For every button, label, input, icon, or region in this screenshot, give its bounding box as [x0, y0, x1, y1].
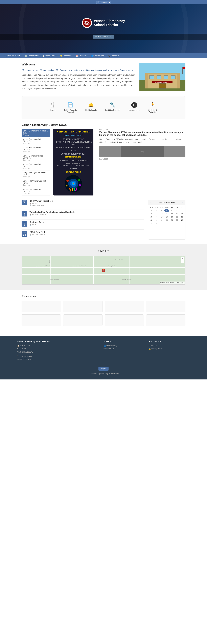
login-button[interactable]: Login	[98, 367, 108, 371]
school-board-icon: 📋	[42, 55, 44, 57]
cal-day[interactable]: 13	[175, 212, 180, 215]
news-list-item-8[interactable]: Vernon Elementary School District P... 6…	[21, 187, 50, 196]
quick-link-public-records[interactable]: 📄 Public RecordsRequest	[61, 101, 80, 114]
cal-day[interactable]: 29	[149, 222, 154, 225]
map-area[interactable]: Vernon County Rd 3144 Vernon County Rd 3…	[21, 256, 186, 284]
event-title-1: OT @ Vernon (East Fork)	[29, 200, 144, 202]
event-item-2: SEP 6 Volleyball & Flag Football games (…	[21, 211, 144, 216]
event-info-4: PTSO Paint Night 🕐 7:00 AM – 3:00 PM	[29, 231, 144, 236]
powered-by: This website is powered by SchoolBlocks.	[4, 372, 203, 375]
language-select[interactable]: Language ▾ Español	[96, 0, 111, 4]
resource-item-2[interactable]	[63, 301, 102, 312]
map-zoom-out[interactable]: −	[181, 260, 184, 263]
welcome-para2: Located in central Arizona, just east of…	[21, 73, 135, 90]
svg-point-27	[78, 179, 80, 181]
cal-day[interactable]: 26	[170, 219, 174, 222]
paint-splash-image	[65, 175, 82, 192]
cal-day[interactable]: 12	[170, 212, 174, 215]
quick-link-powerschool[interactable]: P PowerSchool	[126, 101, 143, 114]
footer-link-staff-directory[interactable]: 👥 Staff Directory	[103, 344, 145, 348]
resource-item-3[interactable]	[105, 301, 144, 312]
cal-day[interactable]: 11	[164, 212, 169, 215]
resource-item-8[interactable]	[146, 314, 186, 326]
event-date-badge-3: SEP 9	[21, 221, 27, 226]
cal-day[interactable]: 7	[180, 209, 185, 212]
news-featured: VERNON PTSO FUNDRAISER FAMILY PAINT NIGH…	[53, 129, 93, 196]
resource-item-7[interactable]	[105, 314, 144, 326]
cal-day[interactable]: 30	[154, 222, 159, 225]
quick-link-bell-schedule[interactable]: 🔔 Bell Schedule	[82, 101, 100, 114]
cal-day[interactable]: 6	[175, 209, 180, 212]
cal-day-empty	[164, 222, 169, 225]
news-list-item-2[interactable]: Vernon Elementary School District P... 1…	[21, 137, 50, 146]
nav-choose-us[interactable]: ⭐ Choose Us ›	[58, 53, 74, 58]
cal-day[interactable]: 22	[149, 219, 154, 222]
nav-district-info[interactable]: ℹ District Information ›	[3, 53, 23, 58]
nav-contact-us[interactable]: 📞 Contact Us	[106, 53, 121, 58]
cal-day[interactable]: 16	[154, 216, 159, 218]
cal-day[interactable]: 18	[164, 216, 169, 218]
cal-day[interactable]: 14	[180, 212, 185, 215]
footer-grid: Vernon Elementary School District 🏠 10 C…	[17, 340, 190, 361]
event-date-badge-2: SEP 6	[21, 211, 27, 216]
calendar-prev[interactable]: ‹	[150, 202, 152, 204]
cal-day[interactable]: 5	[170, 209, 174, 212]
cal-day[interactable]: 21	[180, 216, 185, 218]
news-list-item-4[interactable]: Vernon Elementary School District P... 1…	[21, 154, 50, 162]
cal-day[interactable]: 19	[170, 216, 174, 218]
svg-text:Vernon County Rd 3144: Vernon County Rd 3144	[72, 265, 86, 267]
news-list-item-3[interactable]: Vernon Elementary School District P... 1…	[21, 146, 50, 154]
contact-icon: 📞	[108, 55, 110, 57]
cal-day[interactable]: 23	[154, 219, 159, 222]
quick-link-facilities[interactable]: 🔧 Facilities Request	[102, 101, 123, 114]
cal-day[interactable]: 28	[180, 219, 185, 222]
news-list-item-7[interactable]: Vernon PTSO Fundraiser and Family ... 6 …	[21, 179, 50, 187]
staff-dir-icon: 👥	[91, 55, 93, 57]
quick-link-menus[interactable]: 🍴 Menus	[47, 101, 58, 114]
footer-link-facebook[interactable]: f Facebook	[149, 344, 190, 348]
facebook-icon: f	[149, 345, 150, 347]
svg-rect-16	[183, 67, 186, 69]
resource-item-6[interactable]	[63, 314, 102, 326]
news-list-item-1[interactable]: Vernon Elementary PTSO has an eve... Pre…	[21, 129, 50, 137]
cal-day[interactable]: 3	[159, 209, 164, 212]
cal-day[interactable]: 1	[149, 209, 154, 212]
svg-rect-8	[150, 76, 154, 79]
nav-staff-directory[interactable]: 👥 Staff Directory	[89, 53, 106, 58]
powerschool-label: PowerSchool	[129, 109, 140, 111]
our-schools-button[interactable]: OUR SCHOOLS +	[93, 35, 114, 38]
cal-day[interactable]: 15	[149, 216, 154, 218]
cal-day[interactable]: 9	[154, 212, 159, 215]
cal-day[interactable]: 17	[159, 216, 164, 218]
calendar-next[interactable]: ›	[182, 202, 184, 204]
svg-text:Supply: Supply	[49, 260, 50, 263]
nav-school-board[interactable]: 📋 School Board ›	[40, 53, 58, 58]
map-zoom-in[interactable]: +	[181, 257, 184, 260]
svg-text:SCHOOL: SCHOOL	[85, 24, 89, 25]
cal-day[interactable]: 27	[175, 219, 180, 222]
quick-link-athletics[interactable]: 🏃 Athletics &Activities	[145, 101, 160, 114]
resource-item-1[interactable]	[21, 301, 61, 312]
cal-day[interactable]: 2	[154, 209, 159, 212]
nav-calendar[interactable]: 📅 Calendar ›	[74, 53, 89, 58]
news-list-item-5[interactable]: Vernon Elementary School District P... 1…	[21, 162, 50, 170]
cal-day[interactable]: 24	[159, 219, 164, 222]
cal-day-today[interactable]: 4	[164, 209, 169, 212]
public-records-icon: 📄	[68, 102, 73, 108]
cal-day[interactable]: 10	[159, 212, 164, 215]
contact-icon: ✉	[103, 348, 105, 350]
resource-item-5[interactable]	[21, 314, 61, 326]
cal-day[interactable]: 8	[149, 212, 154, 215]
event-info-3: Costume Drive 🕐 All Day	[29, 221, 144, 226]
calendar-days-header: SUN MON TUE WED THU FRI SAT	[149, 206, 185, 209]
resource-item-4[interactable]	[146, 301, 186, 312]
footer-link-privacy-policy[interactable]: 🔒 Privacy Policy	[149, 348, 190, 350]
cal-day[interactable]: 20	[175, 216, 180, 218]
menus-label: Menus	[50, 109, 55, 111]
footer-link-contact-us[interactable]: ✉ Contact Us	[103, 348, 145, 350]
news-list-item-6[interactable]: Are you looking for the perfect famil...…	[21, 170, 50, 179]
nav-departments[interactable]: 🏢 Departments ›	[23, 53, 40, 58]
map-zoom-controls: + −	[181, 257, 184, 263]
cal-day[interactable]: 25	[164, 219, 169, 222]
departments-icon: 🏢	[25, 55, 27, 57]
